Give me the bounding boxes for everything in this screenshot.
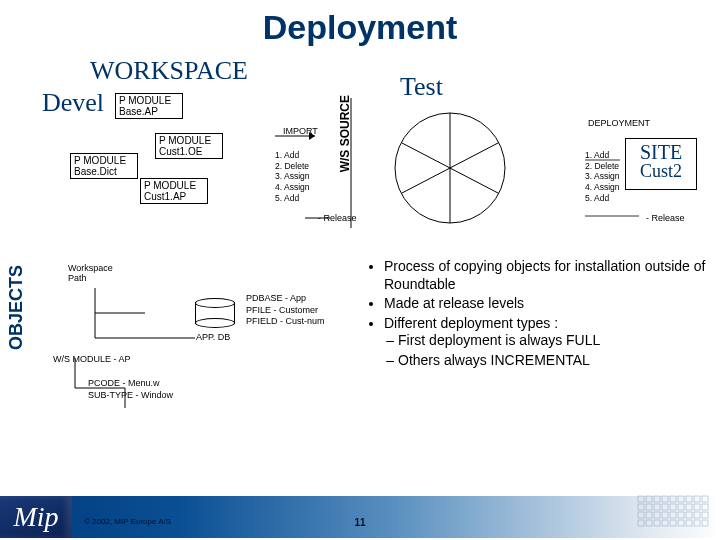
pmodule-basedict-sub: Base.Dict (74, 166, 134, 177)
svg-rect-33 (694, 512, 700, 518)
op4: 4. Assign (275, 182, 310, 193)
copyright: © 2002, MIP Europe A/S (84, 517, 171, 526)
pmodule-custap: P MODULE Cust1.AP (140, 178, 208, 204)
pfile: PFILE - Customer (246, 305, 325, 317)
footer: Mip © 2002, MIP Europe A/S 11 (0, 490, 720, 538)
svg-rect-38 (662, 520, 668, 526)
pmodule-custap-title: P MODULE (144, 180, 204, 191)
subtype-label: SUB-TYPE - Window (85, 390, 176, 402)
op2: 2. Delete (275, 161, 310, 172)
pmodule-custoe-sub: Cust1.OE (159, 146, 219, 157)
release-left: - Release (315, 213, 360, 225)
svg-rect-30 (670, 512, 676, 518)
appdb-cylinder-icon (195, 298, 235, 328)
svg-rect-34 (702, 512, 708, 518)
ops-list-left: 1. Add 2. Delete 3. Assign 4. Assign 5. … (275, 150, 310, 203)
op5: 5. Add (275, 193, 310, 204)
svg-rect-15 (694, 496, 700, 502)
svg-rect-25 (702, 504, 708, 510)
slide-title: Deployment (0, 8, 720, 47)
page-number: 11 (354, 517, 365, 528)
import-label: IMPORT (280, 126, 321, 138)
workspace-path-label: Workspace Path (65, 263, 116, 285)
site-cust: Cust2 (626, 162, 696, 180)
bullet-3a: First deployment is always FULL (398, 332, 708, 350)
ops-list-right: 1. Add 2. Delete 3. Assign 4. Assign 5. … (585, 150, 620, 203)
bullet-2: Made at release levels (384, 295, 708, 313)
pmodule-baseap: P MODULE Base.AP (115, 93, 183, 119)
deployment-label: DEPLOYMENT (585, 118, 653, 130)
pdbase: PDBASE - App (246, 293, 325, 305)
svg-rect-31 (678, 512, 684, 518)
svg-rect-21 (670, 504, 676, 510)
pmodule-custoe: P MODULE Cust1.OE (155, 133, 223, 159)
site-box: SITE Cust2 (625, 138, 697, 190)
pmodule-custoe-title: P MODULE (159, 135, 219, 146)
svg-rect-32 (686, 512, 692, 518)
svg-rect-17 (638, 504, 644, 510)
bullet-3b: Others always INCREMENTAL (398, 352, 708, 370)
op4r: 4. Assign (585, 182, 620, 193)
footer-dots-icon (636, 494, 716, 534)
site-title: SITE (626, 142, 696, 162)
svg-rect-40 (678, 520, 684, 526)
bullet-3-text: Different deployment types : (384, 315, 558, 331)
svg-rect-37 (654, 520, 660, 526)
appdb-fields: PDBASE - App PFILE - Customer PFIELD - C… (243, 292, 328, 329)
svg-rect-11 (662, 496, 668, 502)
objects-vertical-label: OBJECTS (6, 265, 27, 350)
svg-rect-18 (646, 504, 652, 510)
svg-rect-9 (646, 496, 652, 502)
svg-rect-12 (670, 496, 676, 502)
svg-rect-22 (678, 504, 684, 510)
pmodule-custap-sub: Cust1.AP (144, 191, 204, 202)
svg-rect-42 (694, 520, 700, 526)
op2r: 2. Delete (585, 161, 620, 172)
mip-logo: Mip (0, 496, 72, 538)
svg-rect-24 (694, 504, 700, 510)
op3: 3. Assign (275, 171, 310, 182)
bullet-1: Process of copying objects for installat… (384, 258, 708, 293)
svg-rect-29 (662, 512, 668, 518)
svg-rect-13 (678, 496, 684, 502)
pmodule-basedict-title: P MODULE (74, 155, 134, 166)
op3r: 3. Assign (585, 171, 620, 182)
svg-rect-27 (646, 512, 652, 518)
op1r: 1. Add (585, 150, 620, 161)
pcode-label: PCODE - Menu.w (85, 378, 163, 390)
svg-rect-16 (702, 496, 708, 502)
pmodule-baseap-title: P MODULE (119, 95, 179, 106)
pmodule-baseap-sub: Base.AP (119, 106, 179, 117)
svg-rect-14 (686, 496, 692, 502)
svg-rect-43 (702, 520, 708, 526)
pmodule-basedict: P MODULE Base.Dict (70, 153, 138, 179)
svg-rect-23 (686, 504, 692, 510)
appdb-label: APP. DB (193, 332, 233, 344)
wsmodule-label: W/S MODULE - AP (50, 354, 134, 366)
release-right: - Release (643, 213, 688, 225)
svg-rect-41 (686, 520, 692, 526)
svg-rect-28 (654, 512, 660, 518)
pfield: PFIELD - Cust-num (246, 316, 325, 328)
svg-rect-35 (638, 520, 644, 526)
bullet-list: Process of copying objects for installat… (366, 258, 708, 371)
svg-rect-19 (654, 504, 660, 510)
svg-rect-26 (638, 512, 644, 518)
test-pie (390, 108, 510, 228)
svg-rect-8 (638, 496, 644, 502)
svg-rect-20 (662, 504, 668, 510)
op1: 1. Add (275, 150, 310, 161)
diagram-area: P MODULE Base.AP P MODULE Base.Dict P MO… (25, 58, 715, 438)
op5r: 5. Add (585, 193, 620, 204)
svg-rect-39 (670, 520, 676, 526)
bullet-3: Different deployment types : First deplo… (384, 315, 708, 370)
svg-rect-10 (654, 496, 660, 502)
svg-rect-36 (646, 520, 652, 526)
